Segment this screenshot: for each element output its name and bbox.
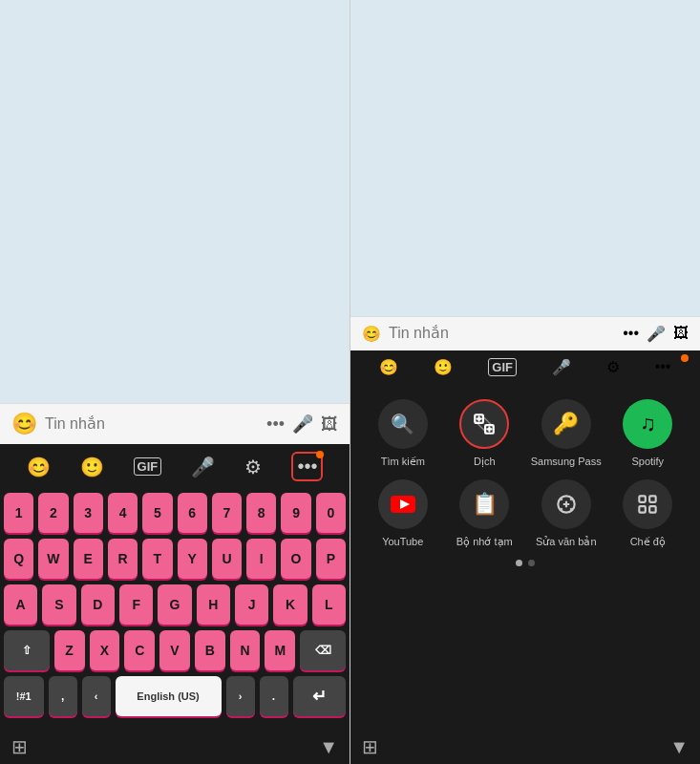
key-s[interactable]: S xyxy=(42,584,75,625)
backspace-key[interactable]: ⌫ xyxy=(300,630,346,670)
key-3[interactable]: 3 xyxy=(74,493,103,533)
key-d[interactable]: D xyxy=(81,584,115,625)
key-b[interactable]: B xyxy=(195,630,225,670)
lang-left-key[interactable]: ‹ xyxy=(82,676,111,716)
app-item-clipboard[interactable]: 📋 Bộ nhớ tạm xyxy=(448,479,522,548)
edit-text-icon xyxy=(541,479,591,529)
key-2[interactable]: 2 xyxy=(38,493,68,533)
period-key[interactable]: . xyxy=(260,676,288,716)
app-item-youtube[interactable]: YouTube xyxy=(366,479,440,548)
key-g[interactable]: G xyxy=(158,584,191,625)
input-bar-right: 😊 ••• 🎤 🖼 xyxy=(350,316,700,350)
app-item-translate[interactable]: Dịch xyxy=(448,399,522,468)
app-item-spotify[interactable]: ♫ Spotify xyxy=(611,399,686,468)
bottom-row: !#1 , ‹ English (US) › . ↵ xyxy=(4,676,346,716)
emoji-icon-left[interactable]: 😊 xyxy=(11,412,37,436)
gif-toolbar-icon-left[interactable]: GIF xyxy=(134,457,162,476)
key-h[interactable]: H xyxy=(197,584,230,625)
samsung-pass-label: Samsung Pass xyxy=(531,455,602,468)
grid-icon-right[interactable]: ⊞ xyxy=(362,735,378,758)
key-r[interactable]: R xyxy=(108,539,138,579)
keyboard-bottom-left: ⊞ ▼ xyxy=(0,730,350,764)
symbol-key[interactable]: !#1 xyxy=(4,676,44,716)
comma-key[interactable]: , xyxy=(49,676,77,716)
key-1[interactable]: 1 xyxy=(4,493,33,533)
return-key[interactable]: ↵ xyxy=(293,676,346,716)
key-4[interactable]: 4 xyxy=(108,493,138,533)
message-input-right[interactable] xyxy=(389,325,615,342)
key-x[interactable]: X xyxy=(90,630,120,670)
key-m[interactable]: M xyxy=(265,630,295,670)
dot-2 xyxy=(528,560,535,566)
key-o[interactable]: O xyxy=(281,539,310,579)
keyboard-bottom-right: ⊞ ▼ xyxy=(350,730,700,764)
dots-icon-right[interactable]: ••• xyxy=(623,325,639,342)
key-t[interactable]: T xyxy=(142,539,172,579)
mode-icon xyxy=(623,479,672,529)
number-row: 1 2 3 4 5 6 7 8 9 0 xyxy=(4,493,346,533)
svg-rect-6 xyxy=(649,496,656,502)
app-grid: 🔍 Tìm kiếm Dịch 🔑 xyxy=(358,399,692,549)
key-l[interactable]: L xyxy=(312,584,346,625)
lang-right-key[interactable]: › xyxy=(226,676,255,716)
keyboard-toolbar-right: 😊 🙂 GIF 🎤 ⚙ ••• xyxy=(350,350,700,384)
mic-icon-left[interactable]: 🎤 xyxy=(292,414,313,435)
samsung-pass-icon: 🔑 xyxy=(541,399,591,449)
key-5[interactable]: 5 xyxy=(142,493,172,533)
orange-dot-left xyxy=(316,451,324,458)
emoji-icon-right[interactable]: 😊 xyxy=(362,325,381,343)
space-key[interactable]: English (US) xyxy=(116,676,222,716)
app-item-mode[interactable]: Chế độ xyxy=(611,479,686,548)
key-0[interactable]: 0 xyxy=(316,493,346,533)
spotify-icon: ♫ xyxy=(623,399,672,449)
emoji-toolbar-icon-right[interactable]: 😊 xyxy=(379,358,398,376)
key-i[interactable]: I xyxy=(246,539,276,579)
message-input-left[interactable] xyxy=(45,415,259,433)
more-toolbar-icon-right[interactable]: ••• xyxy=(655,358,671,375)
mode-label: Chế độ xyxy=(630,535,666,548)
shift-key[interactable]: ⇧ xyxy=(4,630,50,670)
key-q[interactable]: Q xyxy=(4,539,33,579)
chevron-down-icon-right[interactable]: ▼ xyxy=(669,736,689,758)
settings-toolbar-icon-right[interactable]: ⚙ xyxy=(606,358,620,376)
key-k[interactable]: K xyxy=(273,584,307,625)
mic-toolbar-icon-right[interactable]: 🎤 xyxy=(552,358,571,376)
key-f[interactable]: F xyxy=(119,584,153,625)
app-item-samsung-pass[interactable]: 🔑 Samsung Pass xyxy=(529,399,604,468)
mic-icon-right[interactable]: 🎤 xyxy=(647,325,666,343)
app-item-edit-text[interactable]: Sửa văn bản xyxy=(529,479,604,548)
key-u[interactable]: U xyxy=(212,539,242,579)
key-v[interactable]: V xyxy=(159,630,190,670)
image-icon-left[interactable]: 🖼 xyxy=(321,414,338,435)
app-grid-panel: 🔍 Tìm kiếm Dịch 🔑 xyxy=(350,384,700,731)
key-9[interactable]: 9 xyxy=(281,493,310,533)
svg-rect-7 xyxy=(640,506,647,513)
image-icon-right[interactable]: 🖼 xyxy=(673,325,689,342)
key-7[interactable]: 7 xyxy=(212,493,242,533)
key-a[interactable]: A xyxy=(4,584,37,625)
key-n[interactable]: N xyxy=(230,630,261,670)
app-item-search[interactable]: 🔍 Tìm kiếm xyxy=(366,399,440,468)
emoji-toolbar-icon-left[interactable]: 😊 xyxy=(27,456,51,478)
keyboard-left: 1 2 3 4 5 6 7 8 9 0 Q W E R T Y U I O P … xyxy=(0,489,350,730)
key-8[interactable]: 8 xyxy=(246,493,276,533)
key-e[interactable]: E xyxy=(74,539,103,579)
chevron-down-icon-left[interactable]: ▼ xyxy=(319,736,338,758)
key-p[interactable]: P xyxy=(316,539,346,579)
grid-icon-left[interactable]: ⊞ xyxy=(11,735,28,758)
key-6[interactable]: 6 xyxy=(178,493,207,533)
sticker-toolbar-icon-right[interactable]: 🙂 xyxy=(434,358,453,376)
svg-rect-8 xyxy=(649,506,656,513)
settings-toolbar-icon-left[interactable]: ⚙ xyxy=(244,456,262,478)
key-c[interactable]: C xyxy=(124,630,155,670)
dots-icon-left[interactable]: ••• xyxy=(266,414,285,435)
sticker-toolbar-icon-left[interactable]: 🙂 xyxy=(80,456,104,478)
key-y[interactable]: Y xyxy=(178,539,207,579)
more-toolbar-button-left[interactable]: ••• xyxy=(291,452,323,481)
gif-toolbar-icon-right[interactable]: GIF xyxy=(488,358,517,376)
key-z[interactable]: Z xyxy=(54,630,85,670)
mic-toolbar-icon-left[interactable]: 🎤 xyxy=(191,456,215,478)
key-j[interactable]: J xyxy=(235,584,268,625)
key-w[interactable]: W xyxy=(38,539,68,579)
right-panel: 😊 ••• 🎤 🖼 😊 🙂 GIF 🎤 ⚙ ••• 🔍 Tìm kiếm xyxy=(350,0,700,764)
